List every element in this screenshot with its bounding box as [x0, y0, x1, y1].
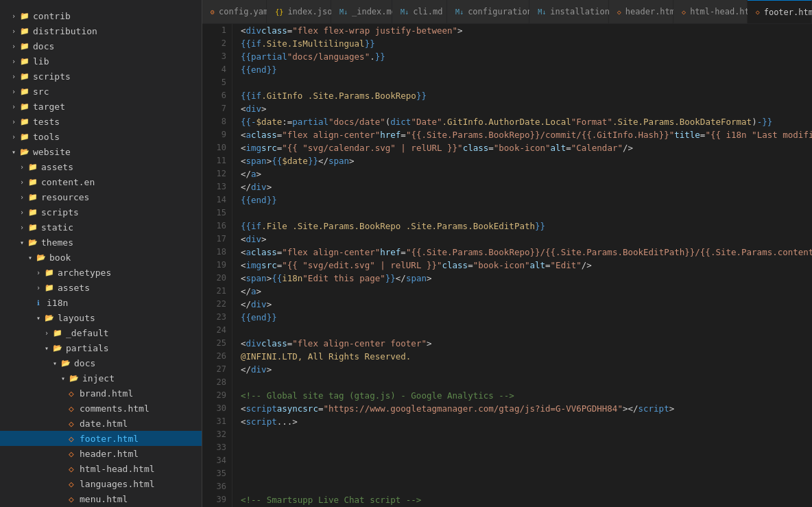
tabs-bar[interactable]: ⚙config.yaml×{}index.json×M↓_index.md×M↓…	[202, 0, 812, 24]
sidebar-item-menu.html[interactable]: menu.html	[0, 491, 202, 506]
line-number: 27	[202, 363, 226, 376]
item-label: partials	[66, 343, 109, 353]
sidebar-item-tests[interactable]: tests	[0, 114, 202, 129]
sidebar-item-inject[interactable]: inject	[0, 370, 202, 386]
sidebar-item-header.html[interactable]: header.html	[0, 446, 202, 461]
sidebar-item-tools[interactable]: tools	[0, 129, 202, 144]
line-number: 7	[202, 102, 226, 115]
sidebar-item-themes[interactable]: themes	[0, 235, 202, 250]
sidebar-item-languages.html[interactable]: languages.html	[0, 476, 202, 491]
tree-arrow	[33, 282, 44, 293]
tab-html-head.html[interactable]: ◇html-head.html×	[673, 0, 748, 23]
tab-label: index.json	[287, 7, 337, 16]
line-number: 12	[202, 167, 226, 180]
line-number: 39	[202, 493, 226, 506]
line-number: 17	[202, 233, 226, 246]
file-icon	[36, 252, 47, 263]
item-label: content.en	[41, 177, 95, 187]
sidebar-item-book[interactable]: book	[0, 250, 202, 265]
item-label: resources	[41, 192, 89, 202]
sidebar-item-footer.html[interactable]: footer.html	[0, 431, 202, 446]
line-number: 4	[202, 63, 226, 76]
file-icon	[19, 71, 30, 82]
sidebar-item-comments.html[interactable]: comments.html	[0, 401, 202, 416]
file-icon	[66, 418, 77, 429]
sidebar-item-static[interactable]: static	[0, 220, 202, 235]
file-icon	[66, 388, 77, 399]
tree-arrow	[8, 116, 19, 127]
sidebar-item-partials[interactable]: partials	[0, 340, 202, 355]
tree-arrow	[33, 312, 44, 323]
sidebar-item-i18n[interactable]: ℹi18n	[0, 295, 202, 310]
sidebar-item-layouts[interactable]: layouts	[0, 310, 202, 325]
sidebar-item-website[interactable]: website	[0, 144, 202, 159]
line-number: 35	[202, 467, 226, 480]
tab-label: cli.md	[413, 7, 442, 16]
line-number: 16	[202, 220, 226, 233]
sidebar-item-distribution[interactable]: distribution	[0, 23, 202, 38]
sidebar-item-brand.html[interactable]: brand.html	[0, 386, 202, 401]
code-content[interactable]: <div class="flex flex-wrap justify-betwe…	[232, 24, 812, 507]
file-icon	[19, 101, 30, 112]
file-explorer[interactable]: contribdistributiondocslibscriptssrctarg…	[0, 0, 202, 507]
sidebar-item-_default[interactable]: _default	[0, 325, 202, 340]
tab-configuration.md[interactable]: M↓configuration.md×	[447, 0, 529, 23]
tab-_index.md[interactable]: M↓_index.md×	[331, 0, 392, 23]
sidebar-item-scripts2[interactable]: scripts	[0, 204, 202, 220]
code-line: <span>{{ $date }}</span>	[241, 154, 812, 167]
editor-area: ⚙config.yaml×{}index.json×M↓_index.md×M↓…	[202, 0, 812, 507]
item-label: docs	[33, 41, 54, 51]
line-number: 15	[202, 207, 226, 220]
code-line	[241, 324, 812, 337]
code-line	[241, 480, 812, 493]
sidebar-item-contrib[interactable]: contrib	[0, 8, 202, 23]
tab-icon: ◇	[617, 8, 621, 16]
file-icon	[60, 357, 71, 368]
sidebar-item-scripts[interactable]: scripts	[0, 69, 202, 84]
sidebar-item-lib[interactable]: lib	[0, 54, 202, 69]
sidebar-item-docs[interactable]: docs	[0, 38, 202, 54]
sidebar-item-archetypes[interactable]: archetypes	[0, 265, 202, 280]
sidebar-item-target[interactable]: target	[0, 99, 202, 114]
file-icon	[66, 463, 77, 474]
tab-index.json[interactable]: {}index.json×	[267, 0, 331, 23]
tab-header.html[interactable]: ◇header.html×	[609, 0, 673, 23]
tree-arrow	[8, 25, 19, 36]
tab-cli.md[interactable]: M↓cli.md×	[392, 0, 447, 23]
code-line: @INFINI.LTD, All Rights Reserved.	[241, 350, 812, 363]
line-number: 31	[202, 415, 226, 428]
tab-config.yaml[interactable]: ⚙config.yaml×	[202, 0, 267, 23]
line-number: 9	[202, 128, 226, 141]
code-editor[interactable]: 1234567891011121314151617181920212223242…	[202, 24, 812, 507]
sidebar-item-html-head.html[interactable]: html-head.html	[0, 461, 202, 476]
sidebar-item-content.en[interactable]: content.en	[0, 174, 202, 189]
tab-icon: M↓	[455, 8, 464, 16]
item-label: scripts	[41, 207, 79, 217]
code-line: <a class="flex align-center" href="{{.Si…	[241, 128, 812, 141]
code-line	[241, 207, 812, 220]
item-label: html-head.html	[80, 464, 155, 474]
line-number: 28	[202, 376, 226, 389]
file-icon	[66, 478, 77, 489]
code-line	[241, 376, 812, 389]
code-line	[241, 467, 812, 480]
sidebar-item-assets2[interactable]: assets	[0, 280, 202, 295]
tree-arrow	[8, 131, 19, 142]
sidebar-item-resources[interactable]: resources	[0, 189, 202, 204]
code-line: {{ end }}	[241, 63, 812, 76]
tab-installation.md[interactable]: M↓installation.md×	[529, 0, 609, 23]
code-line: <!-- Global site tag (gtag.js) - Google …	[241, 389, 812, 402]
sidebar-item-src[interactable]: src	[0, 84, 202, 99]
code-line: <span>{{ i18n "Edit this page" }}</span>	[241, 272, 812, 285]
sidebar-item-assets[interactable]: assets	[0, 159, 202, 174]
code-line: {{ if .GitInfo .Site.Params.BookRepo }}	[241, 89, 812, 102]
line-number: 2	[202, 37, 226, 50]
code-line: {{ partial "docs/languages" . }}	[241, 50, 812, 63]
tree-arrow	[8, 71, 19, 82]
line-number: 26	[202, 350, 226, 363]
sidebar-item-date.html[interactable]: date.html	[0, 416, 202, 431]
tree-arrow	[16, 222, 27, 233]
item-label: distribution	[33, 26, 97, 36]
tab-footer.html[interactable]: ◇footer.html×	[748, 0, 812, 23]
sidebar-item-docs2[interactable]: docs	[0, 355, 202, 370]
